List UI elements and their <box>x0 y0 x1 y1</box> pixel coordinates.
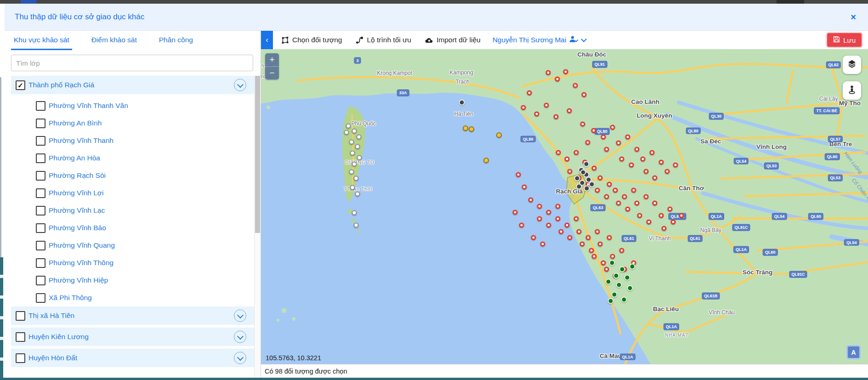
tab-1[interactable]: Điểm khảo sát <box>89 31 140 50</box>
map-marker-red[interactable] <box>640 156 645 161</box>
map-marker-red[interactable] <box>601 261 606 266</box>
map-marker-red[interactable] <box>564 222 569 227</box>
attribution-button[interactable]: A <box>846 345 861 359</box>
map-marker-red[interactable] <box>519 222 524 227</box>
tab-2[interactable]: Phân công <box>156 31 196 50</box>
map-marker-yellow[interactable] <box>469 126 474 132</box>
map-marker-red[interactable] <box>598 175 603 180</box>
map-marker-red[interactable] <box>573 150 579 155</box>
checkbox[interactable] <box>36 171 45 181</box>
checkbox[interactable] <box>36 293 45 303</box>
checkbox[interactable] <box>36 188 45 198</box>
layers-button[interactable] <box>843 56 861 74</box>
map-marker-red[interactable] <box>592 166 597 171</box>
map-marker-red[interactable] <box>604 194 609 199</box>
map-marker-red[interactable] <box>601 134 606 139</box>
checkbox[interactable] <box>36 276 45 285</box>
district-row[interactable]: Thị xã Hà Tiên <box>11 306 255 325</box>
map-marker-red[interactable] <box>616 141 621 146</box>
map-marker-red[interactable] <box>521 105 526 110</box>
map-marker-red[interactable] <box>513 210 518 215</box>
ward-row[interactable]: Phường Vĩnh Thông <box>11 254 255 272</box>
cloud-upload-button[interactable]: Import dữ liệu <box>425 36 481 44</box>
checkbox[interactable]: ✓ <box>16 80 25 90</box>
map-marker-green[interactable] <box>616 282 622 288</box>
map-marker-red[interactable] <box>537 204 542 209</box>
map-marker-red[interactable] <box>577 229 582 234</box>
map-marker-green[interactable] <box>619 266 625 272</box>
map-marker-red[interactable] <box>631 188 636 193</box>
map-marker-white[interactable] <box>350 150 355 155</box>
map-canvas[interactable]: PreahhanoukKrong KampotKampongTrachChâu … <box>261 49 868 364</box>
map-marker-red[interactable] <box>647 219 652 224</box>
map-marker-white[interactable] <box>346 124 351 129</box>
map-marker-red[interactable] <box>634 147 639 152</box>
map-marker-white[interactable] <box>349 169 354 174</box>
map-marker-red[interactable] <box>652 200 658 205</box>
chevron-down-icon[interactable] <box>234 331 246 343</box>
map-marker-red[interactable] <box>658 159 664 164</box>
map-marker-dark[interactable] <box>584 161 590 167</box>
district-row[interactable]: Huyện Hòn Đất <box>11 349 255 367</box>
map-marker-red[interactable] <box>580 122 585 127</box>
map-marker-red[interactable] <box>555 204 560 209</box>
map-marker-red[interactable] <box>564 156 569 161</box>
map-marker-red[interactable] <box>528 197 533 202</box>
tab-0[interactable]: Khu vực khảo sát <box>11 31 72 50</box>
ward-row[interactable]: Phường Vĩnh Quang <box>11 237 255 254</box>
checkbox[interactable] <box>16 332 25 342</box>
map-marker-white[interactable] <box>352 161 357 166</box>
map-marker-white[interactable] <box>344 130 349 135</box>
checkbox[interactable] <box>36 136 45 146</box>
map-marker-green[interactable] <box>605 279 611 285</box>
map-marker-dark[interactable] <box>574 175 580 181</box>
map-marker-red[interactable] <box>555 77 560 82</box>
map-marker-red[interactable] <box>540 241 545 246</box>
ward-row[interactable]: Xã Phi Thông <box>11 289 255 306</box>
map-marker-green[interactable] <box>613 272 619 278</box>
map-marker-green[interactable] <box>627 285 633 291</box>
checkbox[interactable] <box>36 241 45 250</box>
chevron-down-icon[interactable] <box>234 310 246 322</box>
map-marker-red[interactable] <box>545 70 550 75</box>
map-marker-red[interactable] <box>586 235 591 240</box>
map-marker-white[interactable] <box>357 155 362 160</box>
checkbox[interactable] <box>36 101 45 111</box>
collapse-sidebar-button[interactable]: ‹ <box>261 31 273 49</box>
map-marker-red[interactable] <box>592 254 597 259</box>
map-marker-red[interactable] <box>616 200 621 205</box>
ward-row[interactable]: Phường Rạch Sỏi <box>11 167 255 184</box>
map-marker-red[interactable] <box>567 235 573 240</box>
map-marker-green[interactable] <box>611 291 617 297</box>
map-marker-red[interactable] <box>619 248 624 253</box>
map-marker-red[interactable] <box>591 128 596 133</box>
map-marker-red[interactable] <box>619 156 624 161</box>
map-marker-red[interactable] <box>516 172 521 177</box>
zoom-out-button[interactable]: − <box>265 67 279 79</box>
map-marker-white[interactable] <box>354 176 359 181</box>
map-marker-red[interactable] <box>537 216 542 221</box>
polygon-select-button[interactable]: Chọn đối tượng <box>281 36 342 44</box>
map-marker-red[interactable] <box>625 207 630 212</box>
map-marker-red[interactable] <box>573 216 579 221</box>
ward-row[interactable]: Phường An Bình <box>11 114 255 132</box>
zoom-in-button[interactable]: + <box>265 53 279 66</box>
ward-row[interactable]: Phường Vĩnh Lạc <box>11 202 255 219</box>
map-marker-yellow[interactable] <box>483 158 489 163</box>
map-marker-white[interactable] <box>354 223 359 228</box>
checkbox[interactable] <box>36 119 45 128</box>
map-marker-white[interactable] <box>356 135 361 140</box>
map-marker-red[interactable] <box>567 169 573 174</box>
scrollbar-thumb[interactable] <box>255 76 260 233</box>
map-marker-red[interactable] <box>652 175 658 180</box>
map-marker-red[interactable] <box>637 213 642 218</box>
map-marker-red[interactable] <box>607 235 612 240</box>
district-row[interactable]: Huyện Kiên Lương <box>11 328 255 346</box>
map-marker-green[interactable] <box>621 296 627 302</box>
map-marker-white[interactable] <box>349 139 354 144</box>
map-marker-dark[interactable] <box>576 184 582 190</box>
map-marker-red[interactable] <box>527 90 532 95</box>
map-marker-red[interactable] <box>581 92 586 97</box>
map-marker-red[interactable] <box>546 210 551 215</box>
map-marker-red[interactable] <box>544 103 549 108</box>
